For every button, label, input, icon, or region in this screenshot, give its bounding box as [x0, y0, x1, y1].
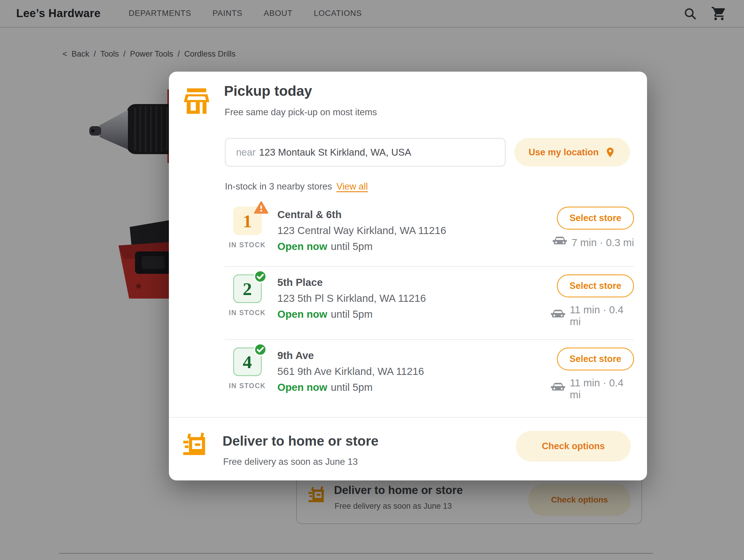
store-info: 5th Place 123 5th Pl S Kirkland, WA 1121…	[270, 274, 551, 322]
select-store-button[interactable]: Select store	[557, 207, 634, 230]
location-input[interactable]: near 123 Montauk St Kirkland, WA, USA	[225, 138, 506, 166]
car-icon	[553, 236, 567, 249]
location-input-value: 123 Montauk St Kirkland, WA, USA	[259, 147, 411, 158]
storefront-icon	[184, 88, 210, 114]
stock-summary: In-stock in 3 nearby stores View all	[225, 181, 368, 192]
view-all-link[interactable]: View all	[337, 181, 368, 192]
open-now-label: Open now	[277, 308, 327, 320]
select-store-button[interactable]: Select store	[557, 274, 634, 297]
drive-info: 11 min · 0.4 mi	[551, 377, 634, 401]
stock-count-badge: 1	[233, 207, 262, 235]
store-name: 9th Ave	[277, 347, 551, 363]
store-address: 561 9th Ave Kirkland, WA 11216	[277, 363, 551, 379]
low-stock-warning-icon	[254, 201, 268, 215]
stock-badge-column: 4 IN STOCK	[225, 347, 270, 390]
delivery-dolly-icon	[183, 430, 209, 458]
drive-info: 7 min · 0.3 mi	[553, 236, 634, 249]
in-stock-check-icon	[253, 269, 267, 284]
stock-badge-column: 1 IN STOCK	[225, 207, 270, 249]
in-stock-label: IN STOCK	[229, 382, 266, 390]
in-stock-label: IN STOCK	[229, 241, 266, 249]
in-stock-label: IN STOCK	[229, 309, 266, 317]
open-now-label: Open now	[277, 240, 327, 252]
store-hours: Open nowuntil 5pm	[277, 306, 551, 322]
use-my-location-button[interactable]: Use my location	[514, 138, 630, 166]
store-actions: Select store 7 min · 0.3 mi	[551, 207, 634, 249]
store-hours: Open nowuntil 5pm	[277, 238, 551, 254]
select-store-button[interactable]: Select store	[557, 347, 634, 371]
car-icon	[551, 309, 565, 322]
car-icon	[551, 382, 565, 395]
open-now-label: Open now	[277, 381, 327, 393]
stock-count-badge: 4	[233, 347, 262, 376]
store-actions: Select store 11 min · 0.4 mi	[551, 347, 634, 401]
store-info: Central & 6th 123 Central Way Kirkland, …	[270, 207, 551, 254]
stock-summary-text: In-stock in 3 nearby stores	[225, 181, 332, 192]
store-name: Central & 6th	[277, 207, 551, 223]
stock-count-badge: 2	[233, 274, 262, 303]
store-hours: Open nowuntil 5pm	[277, 379, 551, 395]
hours-label: until 5pm	[331, 240, 373, 252]
location-input-prefix: near	[236, 147, 256, 158]
delivery-title: Deliver to home or store	[223, 433, 378, 449]
location-pin-icon	[604, 147, 616, 158]
use-my-location-label: Use my location	[528, 147, 599, 158]
page: Lee’s Hardware DEPARTMENTS PAINTS ABOUT …	[0, 0, 744, 560]
store-row: 2 IN STOCK 5th Place 123 5th Pl S Kirkla…	[225, 267, 634, 340]
hours-label: until 5pm	[331, 381, 373, 393]
stock-count: 1	[243, 212, 252, 230]
stock-count: 4	[243, 353, 252, 371]
store-list: 1 IN STOCK Central & 6th 123 Central Way…	[225, 199, 634, 412]
modal-subtitle: Free same day pick-up on most items	[225, 107, 377, 118]
pickup-modal: Pickup today Free same day pick-up on mo…	[169, 72, 647, 480]
store-address: 123 Central Way Kirkland, WA 11216	[277, 223, 551, 238]
delivery-section: Deliver to home or store Free delivery a…	[169, 418, 647, 480]
store-actions: Select store 11 min · 0.4 mi	[551, 274, 634, 328]
stock-badge-column: 2 IN STOCK	[225, 274, 270, 317]
in-stock-check-icon	[253, 342, 267, 357]
store-row: 4 IN STOCK 9th Ave 561 9th Ave Kirkland,…	[225, 340, 634, 412]
modal-title: Pickup today	[224, 83, 312, 99]
delivery-subtitle: Free delivery as soon as June 13	[223, 456, 358, 467]
store-name: 5th Place	[277, 274, 551, 290]
store-address: 123 5th Pl S Kirkland, WA 11216	[277, 290, 551, 306]
store-info: 9th Ave 561 9th Ave Kirkland, WA 11216 O…	[270, 347, 551, 395]
drive-info: 11 min · 0.4 mi	[551, 304, 634, 328]
drive-time-distance: 11 min · 0.4 mi	[570, 304, 634, 328]
store-row: 1 IN STOCK Central & 6th 123 Central Way…	[225, 199, 634, 267]
drive-time-distance: 11 min · 0.4 mi	[570, 377, 634, 401]
check-options-button[interactable]: Check options	[516, 431, 631, 461]
drive-time-distance: 7 min · 0.3 mi	[571, 237, 634, 249]
hours-label: until 5pm	[331, 308, 373, 320]
stock-count: 2	[243, 280, 252, 298]
